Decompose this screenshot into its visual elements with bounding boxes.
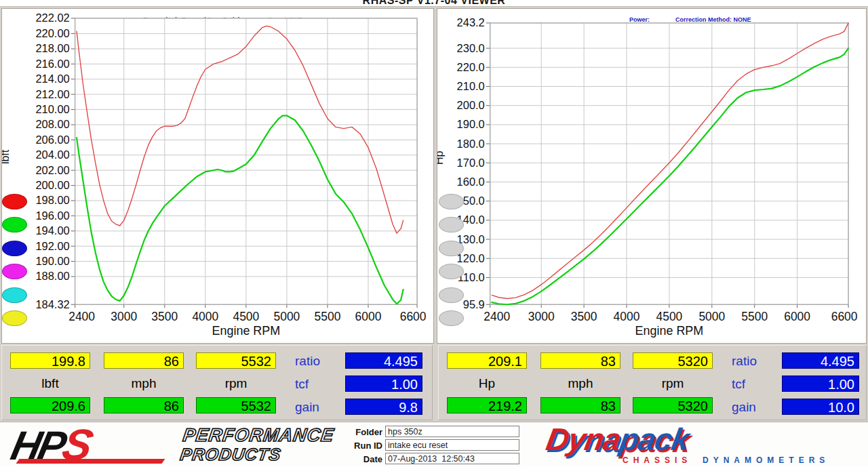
dynapack-logo-text: Dynapack xyxy=(543,421,692,458)
svg-text:230.0: 230.0 xyxy=(457,42,485,54)
svg-text:243.2: 243.2 xyxy=(457,16,485,28)
svg-text:198.00: 198.00 xyxy=(35,194,69,206)
channel-button-cyan-torque[interactable] xyxy=(2,287,27,303)
svg-text:192.00: 192.00 xyxy=(35,240,69,252)
svg-text:204.00: 204.00 xyxy=(35,148,69,161)
gain-label: gain xyxy=(295,400,319,415)
torque-tcf-value: 1.00 xyxy=(345,375,422,392)
channel-button-1-power[interactable] xyxy=(439,194,464,209)
torque-chart-panel: Torque (Axle Torque / Gear Ratio):Corr: … xyxy=(1,8,434,344)
run-info-form: Folder Run ID Date xyxy=(339,426,529,466)
footer-bar: HPS PERFORMANCE PRODUCTS Folder Run ID D… xyxy=(0,422,868,467)
channel-button-green-torque[interactable] xyxy=(2,217,27,232)
svg-text:4000: 4000 xyxy=(614,310,640,323)
svg-text:206.00: 206.00 xyxy=(35,134,69,146)
torque-run2-value: 209.6 xyxy=(10,397,90,413)
channel-button-red-torque[interactable] xyxy=(2,194,27,209)
svg-text:4500: 4500 xyxy=(233,310,259,323)
dyno-viewer-window: RHAS-SP V1.7-04 VIEWER Torque (Axle Torq… xyxy=(0,0,868,467)
channel-button-3-power[interactable] xyxy=(439,241,464,256)
svg-text:160.0: 160.0 xyxy=(457,176,485,188)
rpm-unit-label: rpm xyxy=(633,376,713,391)
svg-text:188.00: 188.00 xyxy=(35,270,69,282)
svg-text:214.00: 214.00 xyxy=(35,73,69,85)
channel-button-yellow-torque[interactable] xyxy=(2,310,27,326)
ratio-label: ratio xyxy=(295,354,320,369)
svg-text:210.0: 210.0 xyxy=(457,80,485,92)
svg-text:6000: 6000 xyxy=(784,310,810,323)
tcf-label: tcf xyxy=(295,377,309,392)
svg-text:6000: 6000 xyxy=(355,310,382,323)
torque-run2-speed: 86 xyxy=(104,397,184,413)
channel-button-blue-torque[interactable] xyxy=(2,241,27,256)
torque-readout-panel: 199.8 86 5532 lbft mph rpm 209.6 86 5532… xyxy=(1,345,433,420)
svg-text:2400: 2400 xyxy=(68,310,95,323)
torque-run2-rpm: 5532 xyxy=(196,397,276,413)
svg-text:222.02: 222.02 xyxy=(35,12,69,24)
svg-text:lbft: lbft xyxy=(2,149,11,164)
run-id-row: Run ID xyxy=(339,439,529,452)
svg-text:220.00: 220.00 xyxy=(35,27,69,39)
svg-text:Engine RPM: Engine RPM xyxy=(212,324,281,338)
date-row: Date xyxy=(339,453,529,466)
power-tcf-value: 1.00 xyxy=(782,375,859,392)
dynapack-logo: Dynapack CHASSIS DYNAMOMETERS xyxy=(547,424,845,466)
window-title: RHAS-SP V1.7-04 VIEWER xyxy=(0,0,868,7)
svg-text:212.00: 212.00 xyxy=(35,88,69,100)
channel-button-magenta-torque[interactable] xyxy=(2,264,27,279)
power-run2-value: 219.2 xyxy=(447,397,527,413)
svg-text:200.0: 200.0 xyxy=(457,99,485,111)
svg-text:120.0: 120.0 xyxy=(457,252,485,264)
hps-tagline: PERFORMANCE PRODUCTS xyxy=(179,426,335,464)
dynapack-pack: pack xyxy=(617,422,692,457)
ratio-label: ratio xyxy=(732,354,757,369)
torque-ratio-value: 4.495 xyxy=(345,352,422,369)
svg-text:170.0: 170.0 xyxy=(457,157,485,169)
channel-button-6-power[interactable] xyxy=(439,310,464,326)
svg-text:2400: 2400 xyxy=(484,310,510,323)
svg-text:5000: 5000 xyxy=(698,310,725,323)
channel-button-4-power[interactable] xyxy=(439,264,464,279)
svg-text:190.00: 190.00 xyxy=(35,255,69,267)
rpm-unit-label: rpm xyxy=(196,376,276,391)
svg-text:6600: 6600 xyxy=(831,310,858,323)
svg-text:194.00: 194.00 xyxy=(35,224,69,237)
hps-tagline-line1: PERFORMANCE xyxy=(182,426,335,445)
hps-logo: HPS PERFORMANCE PRODUCTS xyxy=(12,424,331,466)
power-chart-plot[interactable]: 243.2230.0220.0210.0200.0190.0180.0170.0… xyxy=(437,9,866,343)
torque-unit-label: lbft xyxy=(10,376,90,391)
svg-text:210.00: 210.00 xyxy=(35,103,69,115)
svg-text:4500: 4500 xyxy=(656,310,683,323)
svg-text:5500: 5500 xyxy=(315,310,341,323)
svg-text:184.32: 184.32 xyxy=(35,298,69,310)
svg-text:180.0: 180.0 xyxy=(457,138,485,150)
svg-text:202.00: 202.00 xyxy=(35,164,69,176)
gain-label: gain xyxy=(732,400,756,415)
svg-text:216.00: 216.00 xyxy=(35,58,69,70)
run-id-label: Run ID xyxy=(339,441,382,451)
folder-label: Folder xyxy=(339,427,382,437)
speed-unit-label: mph xyxy=(104,376,184,391)
torque-run1-speed: 86 xyxy=(104,352,184,369)
svg-text:190.0: 190.0 xyxy=(457,118,485,130)
window-titlebar: RHAS-SP V1.7-04 VIEWER xyxy=(0,0,868,7)
dynapack-dynamometers-text: DYNAMOMETERS xyxy=(703,455,829,465)
power-chart-panel: Power:Correction Method: NONE 243.2230.0… xyxy=(437,8,867,344)
channel-button-2-power[interactable] xyxy=(439,217,464,232)
svg-text:5500: 5500 xyxy=(741,310,768,323)
power-readout-panel: 209.1 83 5320 Hp mph rpm 219.2 83 5320 r… xyxy=(438,345,867,420)
folder-row: Folder xyxy=(339,426,529,439)
svg-text:218.00: 218.00 xyxy=(35,42,69,54)
date-input[interactable] xyxy=(385,453,519,464)
svg-text:220.0: 220.0 xyxy=(457,61,485,73)
channel-button-5-power[interactable] xyxy=(439,287,464,303)
date-label: Date xyxy=(339,454,382,464)
svg-text:3500: 3500 xyxy=(571,310,597,323)
power-run1-speed: 83 xyxy=(540,352,620,369)
power-gain-value: 10.0 xyxy=(782,399,859,415)
torque-chart-plot[interactable]: 222.02220.00218.00216.00214.00212.00210.… xyxy=(2,9,433,343)
run-id-input[interactable] xyxy=(385,439,519,451)
folder-input[interactable] xyxy=(385,426,519,437)
svg-text:Engine RPM: Engine RPM xyxy=(635,324,704,338)
svg-text:3000: 3000 xyxy=(111,310,137,323)
